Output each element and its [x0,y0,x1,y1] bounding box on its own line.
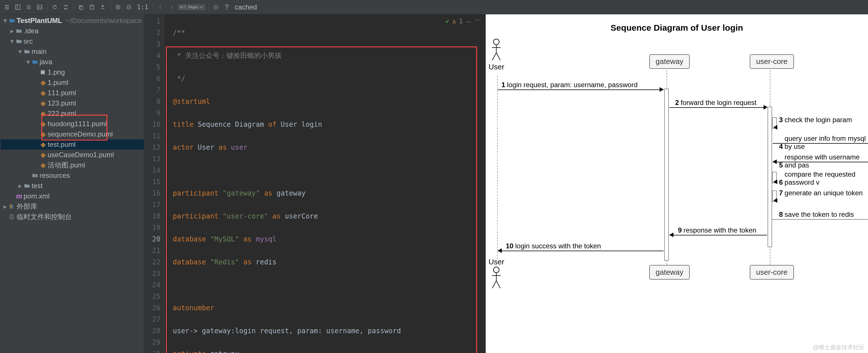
tree-scratches[interactable]: 临时文件和控制台 [1,212,144,222]
file-name: 123.puml [48,99,76,107]
tree-ext-libs[interactable]: ▸ 外部库 [1,201,144,212]
list-icon[interactable] [2,3,11,12]
file-name: pom.xml [24,192,50,200]
folder-icon [24,49,30,54]
save-icon[interactable] [87,3,96,12]
check-icon: ✔ [445,17,449,25]
code-text: mysql [256,235,276,243]
usercore-box-label: user-core [750,265,794,280]
tree-folder-resources[interactable]: resources [1,170,144,181]
folder-label: test [32,182,43,190]
resources-folder-icon [32,173,38,178]
expand-arrow-icon[interactable]: ▾ [26,58,30,66]
tree-folder-main[interactable]: ▾ main [1,46,144,57]
help-icon[interactable]: ? [222,3,231,12]
expand-arrow-icon[interactable]: ▾ [10,37,14,45]
tree-file[interactable]: ◆ 123.puml [1,98,144,108]
nav-forward-icon[interactable] [167,3,176,12]
page-select[interactable]: All Pages [178,4,205,10]
warning-icon: ⚠ [453,17,456,25]
code-area[interactable]: /** * 关注公众号：键捡田螺的小男孩 */ @startuml title … [164,14,486,353]
code-editor[interactable]: 1234567 891011121314 1516171819 20 21222… [144,14,486,353]
scratches-icon [9,214,15,219]
code-text: as [243,258,256,266]
activation-usercore [768,107,772,247]
puml-file-icon: ◆ [40,110,46,117]
arrow-head-icon [660,87,663,92]
layout-icon[interactable] [13,3,22,12]
watermark: @稀土掘金技术社区 [813,344,865,351]
code-text: /** [173,29,185,37]
project-tree[interactable]: ▾ TestPlantUML ~/Documents/workspace ▸ .… [1,14,144,353]
zoom-in-icon[interactable] [113,3,123,12]
folder-icon [16,29,22,33]
participant-usercore-bottom: user-core [750,265,794,280]
copy-icon[interactable] [76,3,86,12]
chevron-down-icon[interactable]: ﹀ [475,16,481,25]
editor-inspection-widget[interactable]: ✔ ⚠ 1 ︿ ﹀ [445,16,481,25]
tree-file[interactable]: ◆ useCaseDemo1.puml [1,150,144,160]
ext-libs-label: 外部库 [17,202,37,211]
msg-2: 2forward the login request [675,99,756,107]
folder-label: main [32,47,46,56]
arrow [498,90,663,90]
expand-arrow-icon[interactable]: ▾ [18,47,22,56]
image-icon[interactable] [35,3,44,12]
sync-icon[interactable] [61,3,70,12]
tree-folder-idea[interactable]: ▸ .idea [1,26,144,36]
arrow-head-icon [773,160,777,164]
file-name: huodong1111.puml [48,120,107,128]
tree-file[interactable]: 1.png [1,67,144,77]
tree-folder-java[interactable]: ▾ java [1,57,144,67]
tree-file[interactable]: ◆ 活动图.puml [1,160,144,170]
zoom-reset-button[interactable]: 1:1 [135,3,150,12]
code-text: Sequence Diagram [198,120,268,129]
tree-file-pom[interactable]: m pom.xml [1,191,144,201]
tree-file[interactable]: ◆ sequenceDemo.puml [1,129,144,139]
chevron-up-icon[interactable]: ︿ [466,16,472,25]
tree-file[interactable]: ◆ huodong1111.puml [1,119,144,129]
code-text: participant [173,212,222,220]
lifeline-user [497,76,498,259]
puml-file-icon: ◆ [40,141,46,148]
settings-icon[interactable] [211,3,220,12]
maven-icon: m [16,192,22,200]
lines-icon[interactable] [24,3,33,12]
svg-rect-0 [16,5,20,9]
file-name: 1.puml [48,78,68,86]
file-name: test.puml [48,141,75,148]
tree-file[interactable]: ◆ 111.puml [1,88,144,98]
activation-gateway [664,89,669,261]
folder-icon [24,183,30,188]
folder-label: java [40,58,52,66]
expand-arrow-icon[interactable]: ▸ [3,203,7,210]
diagram-preview[interactable]: Sequence Diagram of User login [486,14,868,353]
svg-line-18 [492,53,496,60]
code-text: of [268,120,280,129]
project-root[interactable]: ▾ TestPlantUML ~/Documents/workspace [1,15,144,26]
expand-arrow-icon[interactable]: ▸ [18,182,22,190]
code-text: as [264,189,276,197]
expand-arrow-icon[interactable]: ▸ [10,27,14,35]
msg-6: 6compare the requested password v [779,170,868,186]
tree-folder-test[interactable]: ▸ test [1,181,144,191]
svg-line-23 [492,281,496,288]
tree-file-selected[interactable]: ◆ test.puml [1,139,144,150]
tree-file[interactable]: ◆ 1.puml [1,77,144,88]
svg-point-15 [493,39,499,45]
tree-folder-src[interactable]: ▾ src [1,36,144,46]
tree-file[interactable]: ◆ 222.puml [1,108,144,119]
arrow [498,251,663,251]
nav-back-icon[interactable] [156,3,165,12]
refresh-icon[interactable] [50,3,59,12]
code-text: userCore [285,212,318,220]
code-text: gateway [210,350,239,353]
code-text: database [173,235,210,243]
svg-rect-10 [41,70,45,74]
warning-count: 1 [459,17,463,25]
expand-arrow-icon[interactable]: ▾ [3,16,7,25]
puml-file-icon: ◆ [40,130,46,138]
zoom-out-icon[interactable] [124,3,133,12]
library-icon [9,204,15,209]
export-icon[interactable] [98,3,107,12]
